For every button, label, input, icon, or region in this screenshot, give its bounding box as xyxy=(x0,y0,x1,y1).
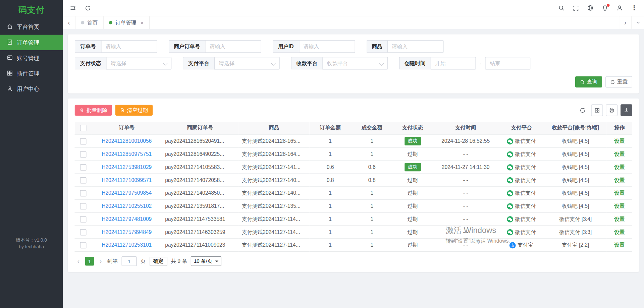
order-no-link[interactable]: H2024112810010056 xyxy=(102,138,152,144)
search-button[interactable]: 查询 xyxy=(575,76,602,88)
deal-amount: 0.6 xyxy=(351,161,393,174)
settings-link[interactable]: 设置 xyxy=(614,203,625,209)
current-page-button[interactable]: 1 xyxy=(85,257,94,265)
order-no-link[interactable]: H2024112797509854 xyxy=(102,190,152,196)
orders-table: 订单号 商家订单号 商品 订单金额 成交金额 支付状态 支付时间 支付平台 收款… xyxy=(75,122,633,252)
merchant-order-no: pay2024112816520491... xyxy=(162,135,238,148)
export-icon[interactable] xyxy=(621,104,632,116)
print-icon[interactable] xyxy=(606,104,618,116)
settings-link[interactable]: 设置 xyxy=(614,229,625,235)
language-globe-icon[interactable] xyxy=(587,5,594,11)
start-date-input[interactable] xyxy=(431,57,476,70)
sidebar-item-accounts[interactable]: 账号管理 xyxy=(0,50,63,66)
settings-link[interactable]: 设置 xyxy=(614,164,625,170)
row-checkbox[interactable] xyxy=(80,242,87,248)
filter-row-2: 支付状态 支付平台 收款平台 创建时间 xyxy=(75,57,633,70)
refresh-page-icon[interactable] xyxy=(85,5,91,11)
order-table-body: H2024112810010056 pay2024112816520491...… xyxy=(75,135,633,252)
platform-name: 微信支付 xyxy=(515,138,536,145)
reset-icon xyxy=(610,79,615,84)
settings-link[interactable]: 设置 xyxy=(614,190,625,196)
receiver-platform: 收钱吧 [4:5] xyxy=(544,187,606,200)
page-size-select[interactable]: 10 条/页 xyxy=(191,256,221,266)
order-no-link[interactable]: H2024112757994849 xyxy=(102,229,152,235)
platform-name: 支付宝 xyxy=(518,242,533,249)
sidebar-item-label: 插件管理 xyxy=(17,70,40,77)
settings-link[interactable]: 设置 xyxy=(614,138,625,144)
tab-home[interactable]: 首页 xyxy=(75,16,104,29)
topbar: ⋮ xyxy=(63,0,644,16)
table-row: H2024112710255102 pay2024112713591817...… xyxy=(75,200,633,213)
row-checkbox[interactable] xyxy=(80,138,87,144)
settings-link[interactable]: 设置 xyxy=(614,242,625,248)
order-no-link[interactable]: H2024112710253101 xyxy=(102,242,152,248)
pay-status-select[interactable] xyxy=(106,57,171,70)
sidebar-item-plugins[interactable]: 插件管理 xyxy=(0,66,63,81)
status-badge: 过期 xyxy=(407,151,418,157)
order-no-link[interactable]: H2024112797481009 xyxy=(102,216,152,222)
sidebar-item-home[interactable]: 平台首页 xyxy=(0,19,63,35)
order-no-input[interactable] xyxy=(101,40,157,53)
tabs-scroll-left-icon[interactable]: ‹ xyxy=(63,16,76,29)
order-no-link[interactable]: H2024112710255102 xyxy=(102,203,152,209)
columns-setting-icon[interactable] xyxy=(591,104,603,116)
table-row: H2024112710099571 pay2024112714072058...… xyxy=(75,174,633,187)
tab-dot-icon xyxy=(109,21,112,24)
status-badge: 过期 xyxy=(407,203,418,209)
sidebar-item-orders[interactable]: 订单管理 xyxy=(0,35,63,50)
reset-button[interactable]: 重置 xyxy=(605,76,632,88)
platform-name: 微信支付 xyxy=(515,164,536,171)
row-checkbox[interactable] xyxy=(80,177,87,183)
page-jump-input[interactable] xyxy=(122,256,137,266)
notification-bell-icon[interactable] xyxy=(602,5,608,11)
deal-amount: 1 xyxy=(351,239,393,252)
status-badge: 过期 xyxy=(407,177,418,183)
user-icon xyxy=(7,85,13,93)
search-icon[interactable] xyxy=(558,5,565,11)
end-date-input[interactable] xyxy=(485,57,531,70)
tab-orders[interactable]: 订单管理 × xyxy=(104,16,150,29)
trash-icon xyxy=(79,108,84,113)
fullscreen-icon[interactable] xyxy=(573,5,579,11)
receive-platform-select[interactable] xyxy=(322,57,388,70)
refresh-table-icon[interactable] xyxy=(577,104,588,116)
sidebar-item-user-center[interactable]: 用户中心 xyxy=(0,81,63,97)
select-all-checkbox[interactable] xyxy=(80,125,87,131)
merchant-no-input[interactable] xyxy=(205,40,261,53)
user-avatar-icon[interactable] xyxy=(616,5,623,11)
filter-label: 收款平台 xyxy=(291,57,323,70)
prev-page-icon[interactable]: ‹ xyxy=(75,258,82,264)
next-page-icon[interactable]: › xyxy=(98,258,104,264)
tabs-scroll-right-icon[interactable]: › xyxy=(619,16,632,29)
clear-expired-button[interactable]: 清空过期 xyxy=(115,105,153,116)
order-no-link[interactable]: H2024112850975751 xyxy=(102,151,152,157)
settings-link[interactable]: 设置 xyxy=(614,177,625,183)
row-checkbox[interactable] xyxy=(80,164,87,170)
order-amount: 1 xyxy=(309,135,351,148)
pay-platform: 支 微信支付 xyxy=(507,215,536,223)
close-tab-icon[interactable]: × xyxy=(141,20,144,25)
collapse-menu-icon[interactable] xyxy=(70,5,76,11)
product-input[interactable] xyxy=(387,40,443,53)
settings-link[interactable]: 设置 xyxy=(614,151,625,157)
user-id-input[interactable] xyxy=(299,40,355,53)
wechat-pay-icon xyxy=(507,138,514,144)
row-checkbox[interactable] xyxy=(80,190,87,196)
app-window: 码支付 平台首页 订单管理 账号管理 插件管理 用户中心 xyxy=(0,0,644,308)
order-no-link[interactable]: H2024112710099571 xyxy=(102,177,152,183)
row-checkbox[interactable] xyxy=(80,216,87,222)
batch-delete-button[interactable]: 批量删除 xyxy=(75,105,112,116)
tabs-menu-chevron-icon[interactable] xyxy=(632,16,644,29)
deal-amount: 1 xyxy=(351,200,393,213)
confirm-page-button[interactable]: 确定 xyxy=(150,257,167,266)
more-menu-icon[interactable]: ⋮ xyxy=(631,4,637,12)
order-no-link[interactable]: H2024112753981029 xyxy=(102,164,152,170)
row-checkbox[interactable] xyxy=(80,203,87,209)
settings-link[interactable]: 设置 xyxy=(614,216,625,222)
merchant-order-no: pay2024112714024850... xyxy=(162,187,238,200)
row-checkbox[interactable] xyxy=(80,229,87,235)
merchant-order-no: pay202411271147533581 xyxy=(162,212,238,226)
row-checkbox[interactable] xyxy=(80,151,87,158)
pay-platform-select[interactable] xyxy=(214,57,280,70)
orders-panel: 批量删除 清空过期 xyxy=(68,99,639,272)
